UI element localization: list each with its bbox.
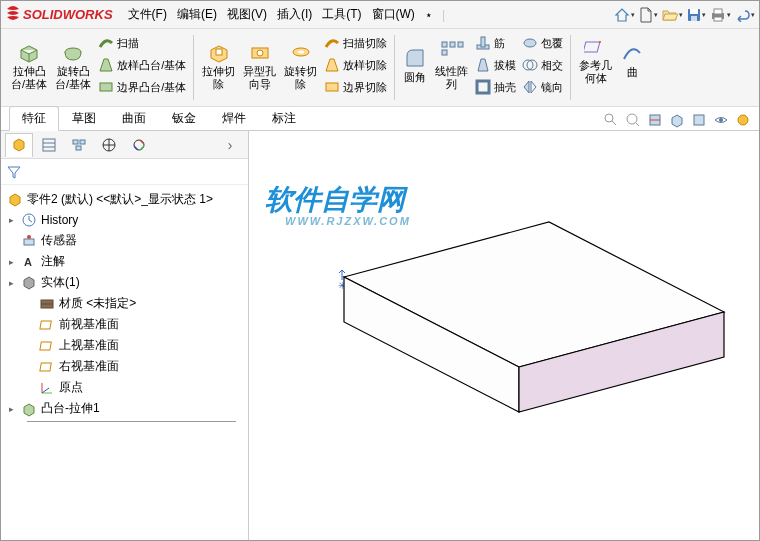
appearance-icon[interactable] <box>733 110 753 130</box>
svg-point-25 <box>599 41 601 43</box>
menu-edit[interactable]: 编辑(E) <box>174 4 220 25</box>
menu-window[interactable]: 窗口(W) <box>369 4 418 25</box>
feature-manager-panel: › 零件2 (默认) <<默认>_显示状态 1> ▸ History 传感器 ▸… <box>1 131 249 540</box>
hole-wizard-button[interactable]: 异型孔 向导 <box>239 38 280 93</box>
svg-point-47 <box>27 235 31 239</box>
svg-point-21 <box>524 39 536 47</box>
tree-front-plane[interactable]: 前视基准面 <box>3 314 246 335</box>
hole-wizard-label: 异型孔 向导 <box>243 65 276 91</box>
sweep-button[interactable]: 扫描 <box>95 32 189 54</box>
menu-tools[interactable]: 工具(T) <box>319 4 364 25</box>
loft-cut-button[interactable]: 放样切除 <box>321 54 390 76</box>
boundary-cut-button[interactable]: 边界切除 <box>321 76 390 98</box>
tab-weldments[interactable]: 焊件 <box>209 106 259 131</box>
qat-print-button[interactable]: ▾ <box>709 5 731 25</box>
rib-icon <box>475 35 491 51</box>
svg-point-12 <box>298 50 304 53</box>
menu-view[interactable]: 视图(V) <box>224 4 270 25</box>
rollback-bar[interactable] <box>27 421 236 422</box>
tree-boss-extrude[interactable]: ▸ 凸台-拉伸1 <box>3 398 246 419</box>
title-bar: SOLIDWORKS 文件(F) 编辑(E) 视图(V) 插入(I) 工具(T)… <box>1 1 759 29</box>
expand-icon[interactable]: ▸ <box>9 215 19 225</box>
tree-top-plane[interactable]: 上视基准面 <box>3 335 246 356</box>
svg-rect-16 <box>458 42 463 47</box>
svg-line-27 <box>612 121 616 125</box>
extrude-cut-button[interactable]: 拉伸切 除 <box>198 38 239 93</box>
tree-origin[interactable]: 原点 <box>3 377 246 398</box>
tree-right-plane[interactable]: 右视基准面 <box>3 356 246 377</box>
qat-undo-button[interactable]: ▾ <box>733 5 755 25</box>
tab-sheetmetal[interactable]: 钣金 <box>159 106 209 131</box>
qat-home-button[interactable]: ▾ <box>613 5 635 25</box>
main-area: › 零件2 (默认) <<默认>_显示状态 1> ▸ History 传感器 ▸… <box>1 131 759 540</box>
dimxpert-tab[interactable] <box>95 133 123 157</box>
linear-pattern-button[interactable]: 线性阵 列 <box>431 38 472 93</box>
sweep-icon <box>98 35 114 51</box>
tab-features[interactable]: 特征 <box>9 106 59 131</box>
display-style-icon[interactable] <box>689 110 709 130</box>
tree-solid-bodies[interactable]: ▸ 实体(1) <box>3 272 246 293</box>
command-manager-tabs: 特征 草图 曲面 钣金 焊件 标注 <box>1 107 759 131</box>
rib-button[interactable]: 筋 <box>472 32 519 54</box>
plane-icon <box>39 317 55 333</box>
graphics-viewport[interactable]: 软件自学网 WWW.RJZXW.COM ✳ <box>249 131 759 540</box>
property-manager-tab[interactable] <box>35 133 63 157</box>
svg-rect-40 <box>76 146 81 150</box>
display-manager-tab[interactable] <box>125 133 153 157</box>
filter-bar[interactable] <box>1 159 248 185</box>
svg-rect-14 <box>442 42 447 47</box>
extrude-cut-label: 拉伸切 除 <box>202 65 235 91</box>
mirror-button[interactable]: 镜向 <box>519 76 566 98</box>
boundary-boss-button[interactable]: 边界凸台/基体 <box>95 76 189 98</box>
part-icon <box>7 192 23 208</box>
extrude-boss-button[interactable]: 拉伸凸 台/基体 <box>7 38 51 93</box>
menu-file[interactable]: 文件(F) <box>125 4 170 25</box>
tab-annotate[interactable]: 标注 <box>259 106 309 131</box>
3d-model[interactable] <box>339 217 729 450</box>
expand-icon[interactable]: ▸ <box>9 278 19 288</box>
qat-save-button[interactable]: ▾ <box>685 5 707 25</box>
intersect-button[interactable]: 相交 <box>519 54 566 76</box>
tree-material[interactable]: 材质 <未指定> <box>3 293 246 314</box>
tree-root[interactable]: 零件2 (默认) <<默认>_显示状态 1> <box>3 189 246 210</box>
tab-sketch[interactable]: 草图 <box>59 106 109 131</box>
menu-insert[interactable]: 插入(I) <box>274 4 315 25</box>
menu-separator: | <box>442 8 445 22</box>
revolve-boss-label: 旋转凸 台/基体 <box>55 65 91 91</box>
expand-icon[interactable]: ▸ <box>9 257 19 267</box>
feature-tree-tab[interactable] <box>5 133 33 157</box>
svg-rect-39 <box>80 140 85 144</box>
loft-boss-button[interactable]: 放样凸台/基体 <box>95 54 189 76</box>
menu-more[interactable]: ⋆ <box>422 6 436 24</box>
tree-history[interactable]: ▸ History <box>3 210 246 230</box>
svg-rect-32 <box>694 115 704 125</box>
qat-open-button[interactable]: ▾ <box>661 5 683 25</box>
ribbon-toolbar: 拉伸凸 台/基体 旋转凸 台/基体 扫描 放样凸台/基体 边界凸台/基体 拉伸切… <box>1 29 759 107</box>
filter-icon <box>7 165 21 179</box>
sweep-cut-button[interactable]: 扫描切除 <box>321 32 390 54</box>
tab-surfaces[interactable]: 曲面 <box>109 106 159 131</box>
view-orientation-icon[interactable] <box>667 110 687 130</box>
fillet-button[interactable]: 圆角 <box>399 44 431 86</box>
search-icon[interactable] <box>601 110 621 130</box>
qat-new-button[interactable]: ▾ <box>637 5 659 25</box>
wrap-button[interactable]: 包覆 <box>519 32 566 54</box>
revolve-cut-button[interactable]: 旋转切 除 <box>280 38 321 93</box>
sidebar-tabs-more[interactable]: › <box>216 133 244 157</box>
zoom-icon[interactable] <box>623 110 643 130</box>
ref-geometry-button[interactable]: 参考几 何体 <box>575 32 616 87</box>
shell-button[interactable]: 抽壳 <box>472 76 519 98</box>
expand-icon[interactable]: ▸ <box>9 404 19 414</box>
draft-button[interactable]: 拔模 <box>472 54 519 76</box>
tree-annotations[interactable]: ▸ A 注解 <box>3 251 246 272</box>
svg-line-29 <box>636 123 639 126</box>
svg-line-56 <box>42 388 49 393</box>
configuration-manager-tab[interactable] <box>65 133 93 157</box>
plane-icon <box>39 359 55 375</box>
curves-button[interactable]: 曲 <box>616 39 648 81</box>
section-view-icon[interactable] <box>645 110 665 130</box>
tree-sensors[interactable]: 传感器 <box>3 230 246 251</box>
ribbon-separator <box>193 35 194 100</box>
hide-show-icon[interactable] <box>711 110 731 130</box>
revolve-boss-button[interactable]: 旋转凸 台/基体 <box>51 38 95 93</box>
